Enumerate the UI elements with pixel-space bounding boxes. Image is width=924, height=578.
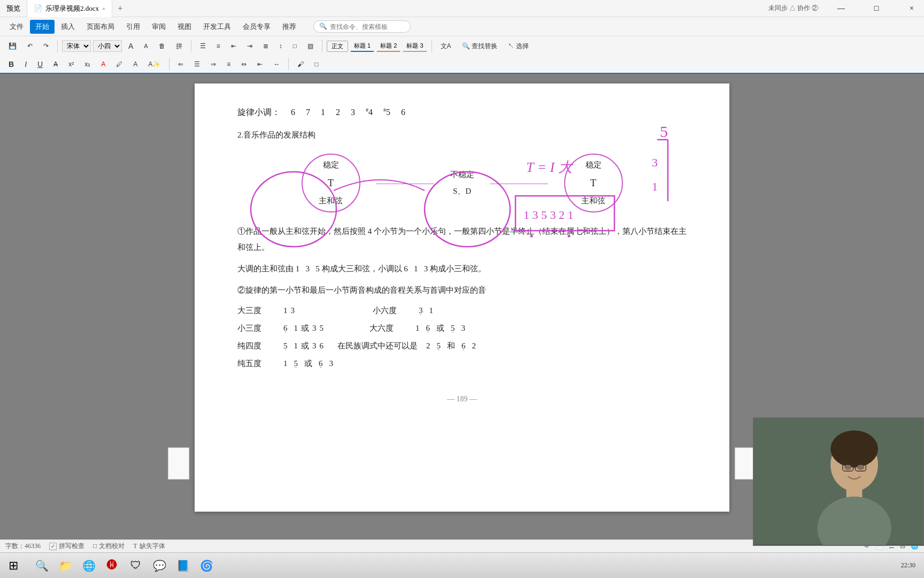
undo-btn[interactable]: ↶ [23,41,37,51]
shading-btn[interactable]: ▧ [303,41,318,51]
style-h1-btn[interactable]: 标题 1 [350,40,374,52]
find-replace-btn[interactable]: 🔍 查找替换 [458,40,502,52]
strikethrough-btn[interactable]: A̶ [49,59,62,70]
para3: ②旋律的第一小节和最后一小节两音构成的音程关系与首调中对应的音 [237,282,687,298]
highlight-btn[interactable]: 🖊 [112,59,127,70]
mn3-n3: 3 [312,321,317,336]
font-family-select[interactable]: 宋体 [62,40,91,52]
menu-insert[interactable]: 插入 [56,20,80,34]
format-painter-btn[interactable]: 🖌 [293,59,308,70]
tab-doc[interactable]: 📄 乐理录视频2.docx × [27,0,112,17]
col-indent-btn[interactable]: ⇤ [253,59,267,70]
doc-check-label: 文档校对 [99,542,125,551]
menu-view[interactable]: 视图 [172,20,197,34]
clear-format-btn[interactable]: 🗑 [155,41,170,51]
style-h2-btn[interactable]: 标题 2 [376,40,401,52]
missing-font[interactable]: T 缺失字体 [133,542,165,551]
border2-btn[interactable]: □ [310,59,322,70]
menu-developer[interactable]: 开发工具 [198,20,236,34]
taskbar-book[interactable]: 📘 [173,556,192,575]
underline-btn[interactable]: U [33,58,47,70]
minimize-btn[interactable]: — [829,0,853,17]
p5-n1: 1 [283,356,288,371]
taskbar-chat[interactable]: 💬 [150,556,169,575]
taskbar-browser[interactable]: 🌐 [79,556,98,575]
style-h1-label: 标题 1 [354,42,371,49]
tab-preview[interactable]: 预览 [0,0,27,17]
chord-circle-1: 稳定 T 主和弦 [302,154,360,212]
align-btn[interactable]: ≣ [259,41,273,51]
font-color-btn[interactable]: A [97,59,110,70]
missing-font-icon: T [133,542,137,550]
redo-btn[interactable]: ↷ [39,41,53,51]
select-btn[interactable]: ↖ 选择 [504,40,533,52]
text-layout-btn[interactable]: 文A [436,40,456,52]
search-input[interactable] [330,23,405,31]
bold-btn[interactable]: B [4,58,18,70]
save-btn[interactable]: 💾 [4,41,21,51]
line-space-btn[interactable]: ↕ [275,41,287,51]
style-h3-btn[interactable]: 标题 3 [403,40,427,52]
indent-dec-btn[interactable]: ⇤ [227,41,241,51]
p5-or: 或 [304,356,312,371]
menu-vip[interactable]: 会员专享 [237,20,276,34]
align-right-btn[interactable]: ⇒ [206,59,220,70]
align-left-btn[interactable]: ⇐ [174,59,188,70]
indent-inc-btn[interactable]: ⇥ [243,41,257,51]
arrow2: —————— [490,174,548,192]
taskbar-files[interactable]: 📁 [56,556,75,575]
p4-ethnic: 在民族调式中还可以是 [337,339,418,353]
spell-check-label: 拼写检查 [59,542,84,551]
tab-add-btn[interactable]: + [112,4,128,13]
t1-label: T [328,174,334,192]
maximize-btn[interactable]: □ [864,0,889,17]
font-color2-btn[interactable]: A [129,59,142,70]
search-box[interactable]: 🔍 [313,20,411,33]
style-normal-btn[interactable]: 正文 [327,41,348,52]
spell-check-status[interactable]: ✓ 拼写检查 [49,542,84,551]
taskbar-shield[interactable]: 🛡 [126,556,145,575]
menu-home[interactable]: 开始 [30,20,55,34]
list-btn[interactable]: ☰ [196,41,210,51]
align-center-btn[interactable]: ☰ [190,59,204,70]
subscript-btn[interactable]: x₂ [80,59,95,70]
para2-text: 大调的主和弦由 1 3 5 构成大三和弦，小调以 6 1 3 构成小三和弦。 [237,264,486,273]
phonetic-btn[interactable]: 拼 [172,40,187,52]
font-shrink-btn[interactable]: A [140,41,152,51]
menu-references[interactable]: 引用 [121,20,145,34]
p5-n3: 6· [319,356,323,371]
note-3: 3 [351,105,355,120]
sep4 [432,40,432,52]
start-button[interactable]: ⊞ [0,553,27,579]
menu-recommend[interactable]: 推荐 [277,20,302,34]
major-third-label: 大三度 [237,303,280,318]
p4-e4: 6· [461,339,466,353]
styles-group: 正文 标题 1 标题 2 标题 3 [327,40,427,52]
close-btn[interactable]: × [899,0,924,17]
menu-layout[interactable]: 页面布局 [81,20,120,34]
taskbar-time: 22:30 [901,561,915,569]
mn3-or: 或 [301,321,309,336]
taskbar-spiral[interactable]: 🌀 [197,556,216,575]
col-indent2-btn[interactable]: ↔ [269,59,284,70]
menu-review[interactable]: 审阅 [147,20,171,34]
menu-file[interactable]: 文件 [4,20,29,34]
structure-diagram: 稳定 T 主和弦 —————— 不稳定 S、D —————— [237,154,687,212]
tab-close-btn[interactable]: × [102,5,105,12]
doc-check[interactable]: □ 文档校对 [93,542,125,551]
taskbar-search[interactable]: 🔍 [32,556,51,575]
note-6b: 6 [401,105,405,120]
font-grow-btn[interactable]: A [124,40,137,52]
taskbar-wps[interactable]: 🅦 [103,556,122,575]
style-h3-label: 标题 3 [406,42,423,49]
m6-n2: 1 [429,303,434,318]
italic-btn[interactable]: I [20,58,31,70]
text-effect-btn[interactable]: A✨ [144,59,165,70]
m6-n1: 3· [419,303,423,318]
superscript-btn[interactable]: x² [64,59,78,70]
border-btn[interactable]: □ [289,41,301,51]
align-justify-btn[interactable]: ≡ [222,59,235,70]
num-list-btn[interactable]: ≡ [212,41,225,51]
distributed-btn[interactable]: ⇔ [237,59,251,70]
font-size-select[interactable]: 小四 [93,40,122,52]
